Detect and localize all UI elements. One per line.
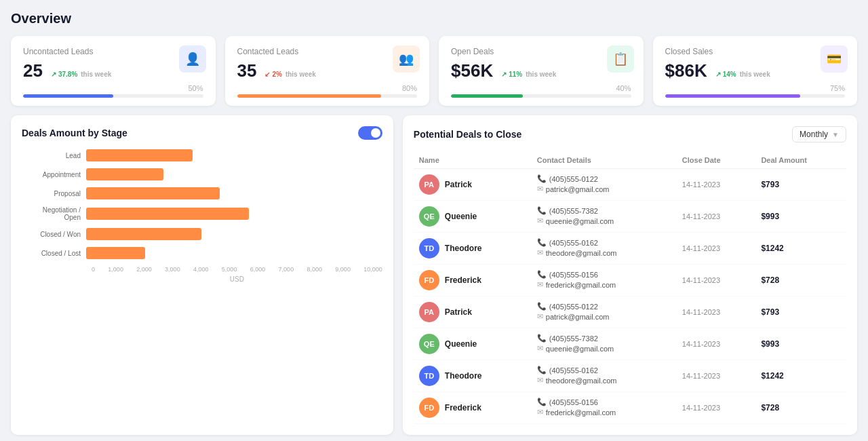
metric-icon: 👤 [179, 45, 206, 73]
table-header: Contact Details [532, 152, 677, 169]
phone-number: (405)555-0122 [549, 175, 598, 183]
phone-icon: 📞 [537, 174, 547, 183]
metric-badge: ↗ 37.8% this week [51, 71, 111, 78]
contact-name: Theodore [445, 244, 482, 253]
email-line: ✉ patrick@gmail.com [537, 185, 671, 193]
table-row: TD Theodore 📞 (405)555-0162 ✉ theodore@g… [414, 360, 846, 392]
contact-name: Frederick [445, 275, 481, 285]
close-date-cell: 14-11-2023 [677, 328, 756, 360]
metric-cards-row: Uncontacted Leads 25 ↗ 37.8% this week 5… [11, 36, 857, 106]
email-line: ✉ theodore@gmail.com [537, 248, 671, 257]
bar-fill [86, 208, 249, 220]
email-address: frederick@gmail.com [546, 281, 616, 289]
progress-fill [451, 94, 523, 98]
close-date-cell: 14-11-2023 [677, 392, 756, 424]
contact-name: Queenie [445, 339, 477, 349]
progress-bar [665, 94, 846, 98]
bar-row: Lead [22, 149, 382, 161]
chevron-down-icon: ▼ [832, 131, 839, 138]
potential-deals-table-container: NameContact DetailsClose DateDeal Amount… [414, 152, 846, 424]
contact-details-cell: 📞 (405)555-0122 ✉ patrick@gmail.com [532, 296, 677, 328]
email-icon: ✉ [537, 408, 543, 417]
metric-badge: ↗ 11% this week [501, 71, 556, 78]
deals-toggle[interactable] [358, 126, 382, 140]
metric-card-open-deals: Open Deals $56K ↗ 11% this week 40% 📋 [439, 36, 644, 106]
bar-label: Closed / Lost [22, 250, 86, 257]
contact-name: Patrick [445, 180, 472, 189]
bar-track [86, 228, 382, 240]
email-icon: ✉ [537, 376, 543, 385]
contact-details-cell: 📞 (405)555-7382 ✉ queenie@gmail.com [532, 201, 677, 233]
progress-bar [23, 94, 203, 98]
close-date-cell: 14-11-2023 [677, 169, 756, 201]
x-axis-label: 5,000 [222, 266, 237, 273]
x-axis-label: 2,000 [136, 266, 152, 273]
phone-icon: 📞 [537, 302, 547, 311]
phone-number: (405)555-0122 [549, 303, 598, 311]
phone-line: 📞 (405)555-0162 [537, 238, 671, 247]
x-axis-label: 10,000 [363, 266, 382, 273]
deal-amount-cell: $993 [755, 328, 846, 360]
email-icon: ✉ [537, 216, 543, 225]
potential-panel-title: Potential Deals to Close [414, 129, 521, 140]
bar-fill [86, 247, 145, 259]
avatar: PA [419, 174, 439, 195]
contact-details-cell: 📞 (405)555-0156 ✉ frederick@gmail.com [532, 392, 677, 424]
deals-panel-title: Deals Amount by Stage [22, 128, 127, 138]
potential-deals-dropdown[interactable]: Monthly ▼ [792, 126, 846, 142]
avatar: QE [419, 206, 439, 227]
table-header: Close Date [677, 152, 756, 169]
avatar: TD [419, 366, 439, 386]
email-icon: ✉ [537, 344, 543, 353]
bar-track [86, 168, 382, 180]
name-cell: TD Theodore [414, 360, 532, 392]
metric-title: Contacted Leads [237, 47, 418, 56]
table-row: FD Frederick 📞 (405)555-0156 ✉ frederick… [414, 392, 846, 424]
contact-name: Frederick [445, 403, 481, 413]
phone-icon: 📞 [537, 238, 547, 247]
x-axis-label: 7,000 [279, 266, 294, 273]
deal-amount-cell: $1242 [755, 360, 846, 392]
email-icon: ✉ [537, 280, 543, 289]
phone-number: (405)555-7382 [549, 334, 598, 343]
x-axis-label: 0 [92, 266, 95, 273]
email-icon: ✉ [537, 248, 543, 257]
metric-card-closed-sales: Closed Sales $86K ↗ 14% this week 75% 💳 [653, 36, 858, 106]
email-icon: ✉ [537, 185, 543, 193]
email-address: theodore@gmail.com [546, 377, 617, 385]
bar-fill [86, 187, 220, 199]
contact-name: Patrick [445, 307, 472, 317]
name-cell: PA Patrick [414, 296, 532, 328]
phone-line: 📞 (405)555-0122 [537, 174, 671, 183]
email-address: frederick@gmail.com [546, 408, 616, 417]
metric-badge: ↙ 2% this week [264, 71, 315, 78]
progress-fill [665, 94, 800, 98]
bar-row: Closed / Won [22, 228, 382, 240]
phone-line: 📞 (405)555-7382 [537, 334, 671, 343]
deal-amount-cell: $793 [755, 169, 846, 201]
metric-percent: 50% [23, 84, 203, 92]
phone-icon: 📞 [537, 366, 547, 375]
email-icon: ✉ [537, 312, 543, 321]
metric-percent: 80% [237, 84, 418, 92]
name-cell: TD Theodore [414, 233, 532, 265]
chart-x-axis: 01,0002,0003,0004,0005,0006,0007,0008,00… [22, 266, 382, 273]
x-axis-label: 9,000 [335, 266, 351, 273]
deal-amount-cell: $728 [755, 265, 846, 296]
metric-icon: 💳 [821, 45, 848, 73]
metric-value: $86K [665, 60, 707, 81]
phone-line: 📞 (405)555-0122 [537, 302, 671, 311]
name-cell: FD Frederick [414, 392, 532, 424]
metric-card-uncontacted-leads: Uncontacted Leads 25 ↗ 37.8% this week 5… [11, 36, 216, 106]
avatar: QE [419, 334, 439, 354]
metric-value: 35 [237, 60, 257, 81]
x-axis-label: 8,000 [307, 266, 322, 273]
avatar: FD [419, 398, 439, 418]
phone-number: (405)555-0162 [549, 239, 598, 247]
table-header: Name [414, 152, 532, 169]
phone-number: (405)555-0156 [549, 398, 598, 406]
deals-chart-area: Lead Appointment Proposal Negotiation /O… [22, 149, 382, 283]
bar-label: Appointment [22, 171, 86, 178]
name-cell: QE Queenie [414, 328, 532, 360]
close-date-cell: 14-11-2023 [677, 233, 756, 265]
